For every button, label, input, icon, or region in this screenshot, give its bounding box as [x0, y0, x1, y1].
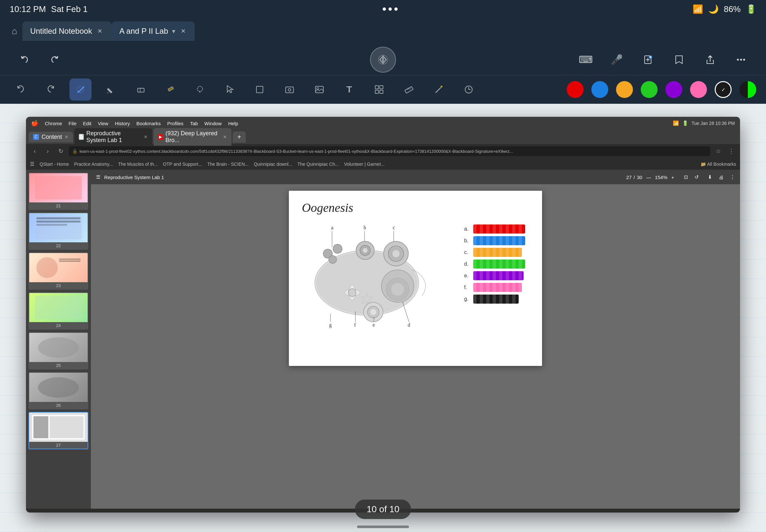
color-blue[interactable]	[591, 81, 608, 98]
menu-file[interactable]: File	[68, 121, 76, 126]
menu-profiles[interactable]: Profiles	[167, 121, 183, 126]
nav-forward[interactable]: ›	[43, 146, 53, 156]
tab-aandp[interactable]: A and P II Lab ▾ ✕	[112, 21, 195, 41]
tab-close-untitled[interactable]: ✕	[96, 27, 104, 35]
screenshot-tool[interactable]	[278, 79, 300, 101]
browser-tab-new[interactable]: +	[233, 131, 246, 143]
pdf-rotate-icon[interactable]: ↺	[695, 174, 699, 180]
undo-button[interactable]	[13, 48, 36, 71]
tab-untitled-notebook[interactable]: Untitled Notebook ✕	[22, 21, 112, 41]
svg-point-55	[391, 283, 404, 296]
bookmark-practice[interactable]: Practice Anatomy...	[74, 162, 113, 167]
menu-window[interactable]: Window	[204, 121, 222, 126]
undo-draw-button[interactable]	[10, 79, 32, 101]
pdf-thumb-21[interactable]: 21	[29, 173, 88, 210]
bookmark-volunteer[interactable]: Volunteer | Garnet...	[344, 162, 385, 167]
nav-reload[interactable]: ↻	[56, 146, 66, 156]
active-pen-tool[interactable]	[69, 79, 91, 101]
thumb-img-21	[29, 173, 88, 202]
legend-bar-b	[473, 236, 525, 245]
scan-tool[interactable]	[368, 79, 390, 101]
pdf-more-icon[interactable]: ⋮	[730, 174, 735, 180]
pencil-tool[interactable]	[99, 79, 121, 101]
bookmark-quinnipiac-ch[interactable]: The Quinnipiac Ch...	[297, 162, 339, 167]
zoom-plus[interactable]: +	[669, 175, 676, 180]
browser-tab-content[interactable]: C Content ✕	[29, 132, 73, 142]
pdf-fit-icon[interactable]: ⊡	[684, 174, 688, 180]
select-tool[interactable]	[219, 79, 241, 101]
thumb-img-24	[29, 293, 88, 322]
menu-chrome[interactable]: Chrome	[45, 121, 62, 126]
nav-back[interactable]: ‹	[30, 146, 40, 156]
ruler-tool[interactable]	[398, 79, 420, 101]
browser-tab-repro-close[interactable]: ✕	[144, 134, 148, 139]
bookmarks-bar: ☰ QStart - Home Practice Anatomy... The …	[26, 158, 740, 170]
menu-view[interactable]: View	[98, 121, 108, 126]
pdf-thumb-26[interactable]: 26	[29, 372, 88, 409]
zoom-minus[interactable]: —	[644, 175, 653, 180]
new-page-button[interactable]	[636, 48, 660, 71]
browser-tab-youtube[interactable]: ▶ (932) Deep Layered Bro... ✕	[153, 128, 231, 146]
color-half-green[interactable]	[739, 81, 756, 98]
pdf-menu-toggle[interactable]: ☰	[96, 174, 100, 180]
pdf-thumb-27[interactable]: 27	[29, 412, 88, 449]
address-bar[interactable]: 🔒 learn-us-east-1-prod-fleet02-xythos.co…	[69, 146, 710, 156]
bookmark-brain[interactable]: The Brain - SCIEN...	[207, 162, 249, 167]
sidebar-toggle[interactable]: ☰	[30, 161, 34, 167]
pdf-viewer: 21 22	[26, 170, 740, 509]
bookmark-quinnipiac[interactable]: Quinnipiac downl...	[254, 162, 292, 167]
bookmark-all[interactable]: 📁 All Bookmarks	[700, 162, 736, 167]
mic-button[interactable]: 🎤	[605, 48, 628, 71]
menu-edit[interactable]: Edit	[83, 121, 91, 126]
menu-tab[interactable]: Tab	[190, 121, 198, 126]
browser-tab-repro[interactable]: 📄 Reproductive System Lab 1 ✕	[74, 128, 152, 146]
bookmark-button[interactable]	[667, 48, 691, 71]
tab-close-aandp[interactable]: ✕	[179, 27, 187, 35]
redo-button[interactable]	[43, 48, 66, 71]
color-purple[interactable]	[665, 81, 682, 98]
battery-status-icon: 🔋	[682, 120, 688, 126]
highlighter-tool[interactable]	[159, 79, 181, 101]
browser-nav-bar: ‹ › ↻ 🔒 learn-us-east-1-prod-fleet02-xyt…	[26, 144, 740, 158]
color-red[interactable]	[567, 81, 584, 98]
wand-tool[interactable]	[428, 79, 450, 101]
home-tab[interactable]: ⌂	[6, 23, 22, 40]
color-black[interactable]: ✓	[715, 81, 732, 98]
share-button[interactable]	[699, 48, 722, 71]
legend-label-c: c.	[464, 249, 471, 255]
pdf-download-icon[interactable]: ⬇	[708, 174, 712, 180]
page-counter: 10 of 10	[355, 500, 411, 519]
eraser-tool[interactable]	[129, 79, 151, 101]
pdf-print-icon[interactable]: 🖨	[719, 175, 723, 180]
pdf-thumb-23[interactable]: 23	[29, 252, 88, 290]
lasso-tool[interactable]	[189, 79, 211, 101]
pdf-thumb-24[interactable]: 24	[29, 292, 88, 330]
color-pink[interactable]	[690, 81, 707, 98]
nav-more[interactable]: ⋮	[726, 146, 736, 156]
color-green[interactable]	[641, 81, 658, 98]
pdf-thumb-25[interactable]: 25	[29, 332, 88, 369]
nav-bookmark[interactable]: ☆	[713, 146, 723, 156]
history-tool[interactable]	[458, 79, 480, 101]
browser-tab-youtube-close[interactable]: ✕	[223, 134, 227, 139]
shapes-tool[interactable]	[249, 79, 271, 101]
pen-center-button[interactable]	[370, 47, 396, 73]
legend-bar-e	[473, 271, 524, 280]
thumb-num-22: 22	[29, 242, 88, 249]
keyboard-button[interactable]: ⌨	[574, 48, 597, 71]
tab-dropdown-icon: ▾	[172, 27, 175, 35]
image-tool[interactable]	[308, 79, 330, 101]
moon-icon: 🌙	[708, 4, 719, 14]
pdf-thumb-22[interactable]: 22	[29, 212, 88, 250]
bookmark-otp[interactable]: OTP and Support...	[163, 162, 202, 167]
color-orange[interactable]	[616, 81, 633, 98]
bookmark-qstart[interactable]: QStart - Home	[40, 162, 69, 167]
menu-history[interactable]: History	[115, 121, 130, 126]
menu-bookmarks[interactable]: Bookmarks	[136, 121, 161, 126]
menu-help[interactable]: Help	[228, 121, 238, 126]
bookmark-muscles[interactable]: The Muscles of th...	[118, 162, 158, 167]
more-options-button[interactable]: •••	[730, 48, 753, 71]
redo-draw-button[interactable]	[40, 79, 62, 101]
text-tool[interactable]: T	[338, 79, 360, 101]
browser-tab-content-close[interactable]: ✕	[65, 134, 68, 139]
